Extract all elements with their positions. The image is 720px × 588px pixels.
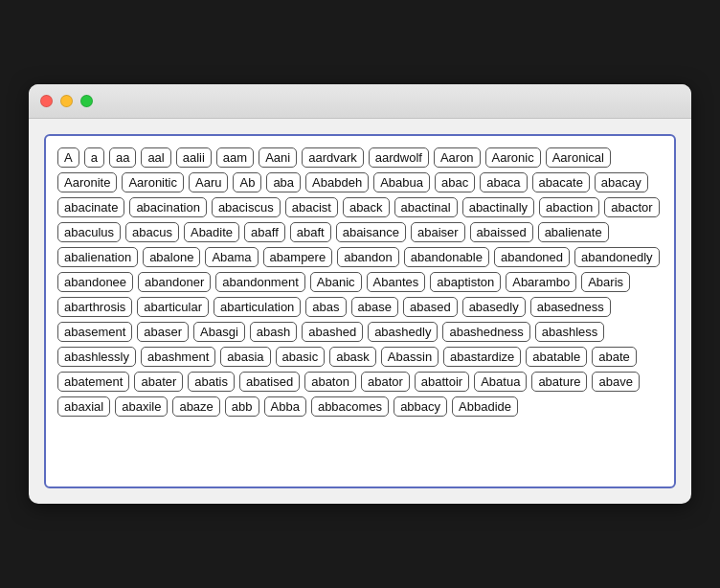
word-tag[interactable]: abasia: [220, 347, 270, 367]
word-tag[interactable]: abatable: [526, 347, 587, 367]
word-tag[interactable]: abasement: [57, 322, 132, 342]
word-tag[interactable]: abarthrosis: [57, 297, 132, 317]
word-tag[interactable]: abandonment: [215, 272, 305, 292]
word-tag[interactable]: aam: [216, 147, 254, 168]
word-tag[interactable]: abac: [435, 172, 475, 192]
word-tag[interactable]: abasic: [276, 347, 326, 367]
word-tag[interactable]: abactinally: [462, 197, 534, 217]
word-tag[interactable]: Abaris: [581, 272, 630, 292]
word-tag[interactable]: abashedly: [368, 322, 438, 342]
word-tag[interactable]: abattoir: [415, 372, 469, 392]
word-tag[interactable]: abbacy: [394, 396, 447, 417]
word-tag[interactable]: Abama: [205, 247, 258, 267]
word-tag[interactable]: abaxial: [57, 396, 110, 417]
word-tag[interactable]: abater: [134, 372, 183, 392]
word-tag[interactable]: Aaronite: [57, 172, 117, 192]
word-tag[interactable]: Abadite: [184, 222, 239, 242]
word-tag[interactable]: abashless: [535, 322, 605, 342]
word-tag[interactable]: Abantes: [367, 272, 426, 292]
word-tag[interactable]: abandon: [337, 247, 399, 267]
word-tag[interactable]: abaze: [172, 396, 219, 417]
word-tag[interactable]: abastardize: [443, 347, 521, 367]
word-tag[interactable]: Abba: [264, 396, 306, 417]
word-tag[interactable]: aardwolf: [369, 147, 429, 168]
word-tag[interactable]: abacinate: [57, 197, 124, 217]
word-tag[interactable]: abacination: [129, 197, 207, 217]
word-tag[interactable]: Aaron: [434, 147, 481, 168]
word-tag[interactable]: abaff: [244, 222, 285, 242]
word-tag[interactable]: abacate: [532, 172, 590, 192]
word-tag[interactable]: aal: [141, 147, 170, 168]
word-tag[interactable]: aback: [343, 197, 390, 217]
word-tag[interactable]: abate: [592, 347, 637, 367]
word-tag[interactable]: abaiser: [411, 222, 465, 242]
word-tag[interactable]: abatised: [239, 372, 300, 392]
word-tag[interactable]: abask: [329, 347, 376, 367]
word-tag[interactable]: abashment: [141, 347, 215, 367]
word-tag[interactable]: abandonee: [57, 272, 133, 292]
word-tag[interactable]: abatement: [57, 372, 129, 392]
word-tag[interactable]: Aaronic: [485, 147, 541, 168]
word-tag[interactable]: abaciscus: [212, 197, 281, 217]
word-tag[interactable]: Abasgi: [193, 322, 245, 342]
word-tag[interactable]: abaptiston: [430, 272, 501, 292]
word-tag[interactable]: abashedness: [442, 322, 529, 342]
word-tag[interactable]: abas: [305, 297, 346, 317]
word-tag[interactable]: abaisance: [336, 222, 406, 242]
word-tag[interactable]: abacus: [125, 222, 179, 242]
word-tag[interactable]: abave: [592, 372, 639, 392]
word-tag[interactable]: Abanic: [310, 272, 362, 292]
word-tag[interactable]: abaser: [137, 322, 189, 342]
word-tag[interactable]: abased: [403, 297, 458, 317]
word-tag[interactable]: abasedly: [462, 297, 526, 317]
word-tag[interactable]: abalienation: [57, 247, 138, 267]
minimize-button[interactable]: [60, 95, 73, 107]
word-tag[interactable]: abarticular: [137, 297, 209, 317]
word-tag[interactable]: abandoner: [138, 272, 211, 292]
word-tag[interactable]: abash: [250, 322, 297, 342]
word-tag[interactable]: Ab: [233, 172, 261, 192]
word-tag[interactable]: Abbadide: [452, 396, 518, 417]
word-tag[interactable]: Abassin: [381, 347, 439, 367]
word-tag[interactable]: abaton: [304, 372, 356, 392]
word-tag[interactable]: abaft: [290, 222, 331, 242]
word-tag[interactable]: abatis: [188, 372, 235, 392]
word-tag[interactable]: Abatua: [474, 372, 527, 392]
word-tag[interactable]: A: [57, 147, 79, 168]
word-tag[interactable]: abator: [361, 372, 410, 392]
word-tag[interactable]: abactor: [604, 197, 659, 217]
word-tag[interactable]: abaction: [539, 197, 599, 217]
word-tag[interactable]: abandonable: [404, 247, 489, 267]
word-tag[interactable]: aa: [109, 147, 136, 168]
word-tag[interactable]: Ababdeh: [305, 172, 369, 192]
word-tag[interactable]: abalienate: [538, 222, 609, 242]
word-tag[interactable]: abaca: [480, 172, 527, 192]
word-tag[interactable]: abature: [531, 372, 587, 392]
word-tag[interactable]: abashed: [302, 322, 363, 342]
word-tag[interactable]: abarticulation: [214, 297, 301, 317]
word-tag[interactable]: aalii: [176, 147, 212, 168]
word-tag[interactable]: abb: [225, 396, 259, 417]
word-tag[interactable]: Ababua: [373, 172, 430, 192]
word-tag[interactable]: abacist: [285, 197, 338, 217]
word-tag[interactable]: Aaronitic: [122, 172, 184, 192]
word-tag[interactable]: Aaru: [189, 172, 228, 192]
word-tag[interactable]: abactinal: [394, 197, 458, 217]
word-tag[interactable]: a: [84, 147, 104, 168]
word-tag[interactable]: abaissed: [470, 222, 533, 242]
word-tag[interactable]: abandonedly: [574, 247, 659, 267]
word-tag[interactable]: abacay: [595, 172, 648, 192]
word-tag[interactable]: Abarambo: [506, 272, 576, 292]
word-tag[interactable]: abalone: [143, 247, 200, 267]
word-tag[interactable]: abaxile: [115, 396, 168, 417]
word-tag[interactable]: aba: [266, 172, 301, 192]
word-tag[interactable]: abampere: [263, 247, 333, 267]
word-tag[interactable]: abashlessly: [57, 347, 136, 367]
word-tag[interactable]: aardvark: [302, 147, 364, 168]
word-tag[interactable]: abaculus: [57, 222, 121, 242]
word-tag[interactable]: abandoned: [494, 247, 570, 267]
word-tag[interactable]: abasedness: [530, 297, 611, 317]
word-tag[interactable]: abase: [351, 297, 398, 317]
word-tag[interactable]: Aaronical: [546, 147, 611, 168]
word-tag[interactable]: abbacomes: [311, 396, 389, 417]
